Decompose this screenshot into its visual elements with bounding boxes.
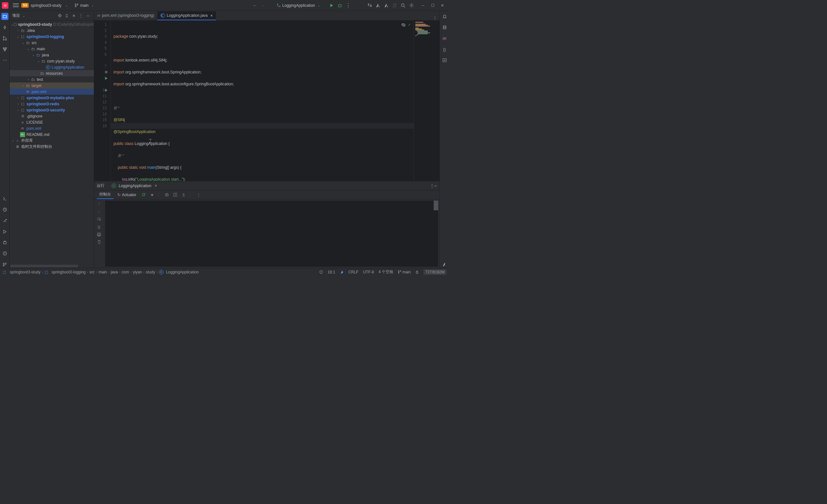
status-line-sep[interactable]: CRLF (348, 270, 358, 274)
branch-name[interactable]: main (80, 3, 89, 8)
breadcrumb[interactable]: main (99, 270, 107, 274)
services-tool-icon[interactable] (1, 206, 8, 213)
status-memory[interactable]: 727/8192M (423, 269, 446, 275)
maven-icon[interactable]: m (441, 35, 448, 42)
more-icon[interactable]: ⋮ (78, 12, 84, 19)
status-encoding[interactable]: UTF-8 (363, 270, 374, 274)
breadcrumb[interactable]: ▢ springboot3-study (3, 270, 41, 274)
build-tool-icon[interactable] (1, 217, 8, 224)
tree-node-gitignore[interactable]: ⊘.gitignore (10, 113, 94, 119)
gutter-run-icon[interactable]: ▶ (105, 87, 108, 94)
tree-node-test[interactable]: ›🗀test (10, 76, 94, 82)
code-content[interactable]: package com.yiyan.study; import lombok.e… (111, 20, 414, 181)
deploy-icon[interactable] (382, 1, 390, 10)
minimap[interactable] (414, 20, 439, 181)
soft-wrap-icon[interactable] (97, 217, 101, 221)
gradle-icon[interactable]: {} (441, 46, 448, 53)
console-tab[interactable]: 控制台 (97, 190, 113, 199)
bookmarks-tool-icon[interactable]: ⋯ (1, 57, 8, 64)
gutter[interactable]: 123456 78910 111213141516 ⊘ ▶ ▶ (94, 20, 111, 181)
project-tool-icon[interactable] (1, 13, 8, 20)
gutter-ban-icon[interactable]: ⊘ (105, 69, 108, 75)
project-badge[interactable]: SS (21, 3, 29, 8)
collapse-all-icon[interactable]: ✕ (70, 12, 77, 19)
commit-tool-icon[interactable] (1, 24, 8, 31)
breadcrumb[interactable]: com (122, 270, 129, 274)
debug-tool-icon[interactable] (1, 239, 8, 246)
search-button[interactable] (399, 1, 407, 10)
tree-node-logging[interactable]: ⌄▢springboot3-logging (10, 34, 94, 40)
run-more-icon[interactable]: ⋮ (430, 183, 434, 188)
chevron-down-icon[interactable]: ⌄ (22, 14, 25, 17)
console-output[interactable] (105, 201, 438, 267)
git-tool-icon[interactable] (1, 261, 8, 268)
terminal-tool-icon[interactable] (1, 195, 8, 202)
tree-node-java[interactable]: ⌄🗀java (10, 52, 94, 58)
ide-logo[interactable]: IJ (2, 2, 8, 9)
tab-pom[interactable]: mpom.xml (springboot3-logging) (94, 11, 157, 20)
status-indent[interactable]: 4 个空格 (379, 269, 393, 275)
run-config-dropdown[interactable]: LoggingApplication ⌄ (274, 3, 325, 8)
hide-icon[interactable]: ─ (85, 12, 91, 19)
rerun-icon[interactable] (140, 192, 147, 197)
gutter-run-icon[interactable]: ▶ (105, 75, 108, 81)
breadcrumb[interactable]: yiyan (133, 270, 142, 274)
tree-node-readme[interactable]: M↓README.md (10, 131, 94, 137)
breadcrumb[interactable]: ▢ springboot3-logging (45, 270, 86, 274)
ai-assist-icon[interactable] (441, 57, 448, 64)
debug-button[interactable] (336, 1, 344, 10)
subtab-more-icon[interactable]: ⋮ (195, 192, 202, 197)
maximize-button[interactable]: ☐ (428, 1, 438, 10)
tree-node-idea[interactable]: ›🗀.idea (10, 27, 94, 34)
tree-node-redis[interactable]: ›▢springboot3-redis (10, 101, 94, 107)
close-icon[interactable]: ✕ (154, 184, 157, 187)
database-icon[interactable] (441, 24, 448, 31)
project-name-dropdown[interactable]: springboot3-study (31, 3, 61, 8)
run-config-tab[interactable]: C LoggingApplication ✕ (109, 182, 160, 189)
more-actions-button[interactable]: ⋮ (344, 1, 352, 10)
update-icon[interactable] (390, 1, 399, 10)
down-icon[interactable]: ↓ (98, 209, 100, 214)
print-icon[interactable] (97, 232, 101, 237)
tree-node-external-libs[interactable]: ›⑃外部库 (10, 137, 94, 144)
tree-root[interactable]: ⌄▢springboot3-study D:\Code\MyGithub\spr… (10, 21, 94, 27)
breadcrumb[interactable]: study (146, 270, 155, 274)
bottom-tool-icon[interactable] (441, 261, 448, 268)
export-icon[interactable] (180, 192, 187, 197)
scroll-to-end-icon[interactable] (97, 224, 101, 229)
status-line-col[interactable]: 16:1 (328, 270, 335, 274)
code-with-me-icon[interactable] (374, 1, 382, 10)
tree-node-mybatis[interactable]: ›▢springboot3-mybatis-plus (10, 95, 94, 101)
tree-node-package[interactable]: ⌄🗀com.yiyan.study (10, 58, 94, 64)
tree-node-src[interactable]: ⌄🗀src (10, 40, 94, 46)
tree-node-main[interactable]: ⌄🗀main (10, 46, 94, 52)
reader-mode-icon[interactable] (401, 22, 406, 27)
scrollbar[interactable] (434, 201, 438, 210)
close-tab-icon[interactable]: ✕ (210, 14, 213, 17)
main-menu-button[interactable] (13, 3, 19, 8)
tree-node-security[interactable]: ›▢springboot3-security (10, 107, 94, 113)
tab-more-icon[interactable]: ⋮ (430, 16, 439, 20)
run-button[interactable] (327, 1, 336, 10)
code-editor[interactable]: 123456 78910 111213141516 ⊘ ▶ ▶ package … (94, 20, 414, 181)
run-tool-icon[interactable] (1, 228, 8, 235)
problems-tool-icon[interactable] (1, 250, 8, 257)
inspection-ok-icon[interactable]: ✓ (408, 22, 411, 27)
camera-icon[interactable] (163, 192, 171, 197)
settings-button[interactable] (407, 1, 416, 10)
translate-icon[interactable] (365, 1, 374, 10)
locate-icon[interactable] (56, 12, 63, 19)
nav-forward-button[interactable]: → (259, 1, 267, 10)
status-shield-icon[interactable] (319, 270, 323, 274)
run-hide-icon[interactable]: ─ (434, 183, 437, 188)
status-copilot-icon[interactable] (340, 270, 344, 274)
status-branch[interactable]: main (398, 270, 411, 274)
notifications-icon[interactable] (441, 13, 448, 20)
breadcrumb[interactable]: java (111, 270, 118, 274)
stop-icon[interactable]: ■ (149, 192, 156, 197)
up-icon[interactable]: ↑ (98, 201, 100, 206)
breadcrumb[interactable]: src (90, 270, 95, 274)
tree-node-root-pom[interactable]: mpom.xml (10, 125, 94, 131)
tree-node-pom[interactable]: mpom.xml (10, 89, 94, 95)
tree-node-resources[interactable]: 🗀resources (10, 70, 94, 76)
